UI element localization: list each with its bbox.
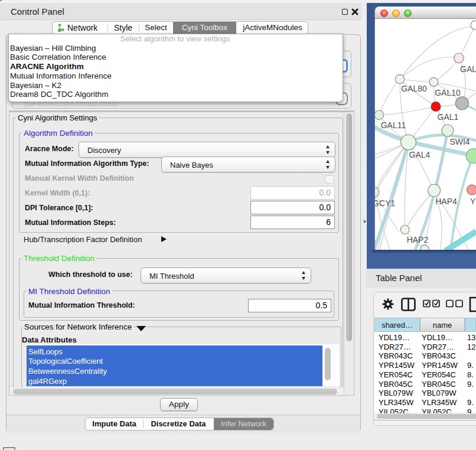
svg-text:GCY1: GCY1 bbox=[375, 198, 395, 208]
svg-text:GAL80: GAL80 bbox=[401, 84, 427, 93]
svg-text:GAL4: GAL4 bbox=[409, 150, 431, 159]
svg-text:GAL11: GAL11 bbox=[381, 120, 406, 130]
svg-text:GAL1: GAL1 bbox=[438, 112, 459, 122]
svg-text:YM: YM bbox=[470, 197, 476, 206]
svg-text:SWI4: SWI4 bbox=[449, 137, 470, 146]
svg-text:GAL10: GAL10 bbox=[435, 88, 461, 97]
svg-text:HAP2: HAP2 bbox=[407, 235, 429, 244]
svg-text:GAL7: GAL7 bbox=[460, 64, 476, 74]
svg-text:HAP4: HAP4 bbox=[435, 197, 457, 206]
